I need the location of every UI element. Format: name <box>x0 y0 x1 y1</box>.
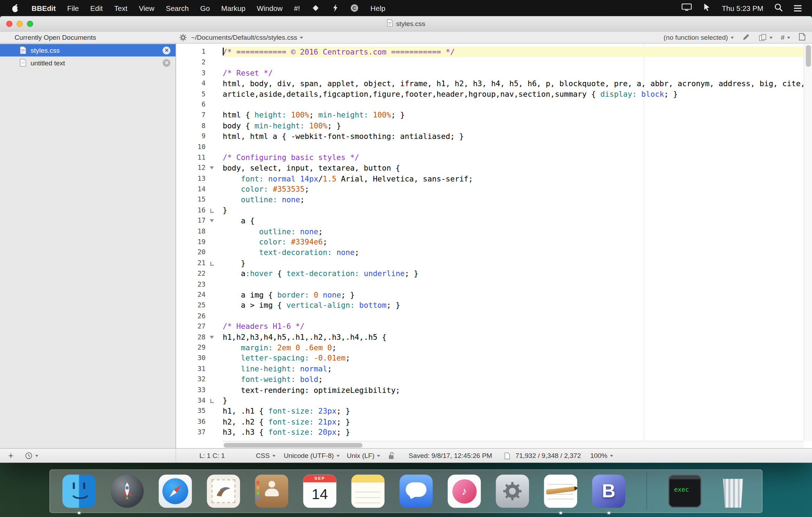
menu-bar-clock[interactable]: Thu 5:23 PM <box>722 4 763 12</box>
code-line-9[interactable]: 9html, html a { -webkit-font-smoothing: … <box>176 131 804 142</box>
zoom-window-button[interactable] <box>27 21 33 27</box>
horizontal-scrollbar-thumb[interactable] <box>224 443 362 447</box>
encoding-menu[interactable]: Unicode (UTF-8) <box>284 452 340 460</box>
line-ending-menu[interactable]: Unix (LF) <box>347 452 380 460</box>
code-line-37[interactable]: 37h3, .h3 { font-size: 20px; } <box>176 427 804 438</box>
code-line-1[interactable]: 1/* =========== © 2016 Centroarts.com ==… <box>176 47 804 57</box>
minimize-window-button[interactable] <box>17 21 23 27</box>
dock-itunes[interactable]: ♪ <box>448 474 481 508</box>
dock-safari[interactable] <box>159 474 192 508</box>
close-document-icon[interactable] <box>163 59 170 66</box>
language-menu[interactable]: CSS <box>256 452 276 460</box>
code-line-20[interactable]: 20 text-decoration: none; <box>176 247 804 258</box>
code-line-12[interactable]: 12body, select, input, textarea, button … <box>176 163 804 173</box>
close-document-icon[interactable] <box>163 46 170 54</box>
menu-text[interactable]: Text <box>108 4 133 12</box>
sidebar-item-styles-css[interactable]: styles.css <box>0 44 175 56</box>
menu-file[interactable]: File <box>62 4 85 12</box>
dock-finder[interactable] <box>63 474 96 508</box>
scripts-menu-icon[interactable] <box>326 4 344 12</box>
menu-search[interactable]: Search <box>160 4 194 12</box>
menu-bbedit[interactable]: BBEdit <box>26 4 62 12</box>
code-line-6[interactable]: 6 <box>176 100 804 110</box>
add-document-button[interactable]: + <box>8 451 14 460</box>
horizontal-scrollbar[interactable] <box>223 441 804 448</box>
documents-stack-icon[interactable] <box>759 33 773 41</box>
document-proxy-icon[interactable] <box>387 19 393 28</box>
menu-window[interactable]: Window <box>251 4 288 12</box>
code-line-4[interactable]: 4html, body, div, span, applet, object, … <box>176 78 804 89</box>
code-line-10[interactable]: 10 <box>176 142 804 152</box>
pointer-menu-icon[interactable] <box>703 3 711 13</box>
dock-textedit[interactable] <box>544 474 577 508</box>
menu-markup[interactable]: Markup <box>215 4 251 12</box>
code-line-28[interactable]: 28h1,h2,h3,h4,h5,.h1,.h2,.h3,.h4,.h5 { <box>176 332 804 343</box>
display-menu-icon[interactable] <box>682 3 692 13</box>
menu-go[interactable]: Go <box>194 4 215 12</box>
spotlight-search-icon[interactable] <box>774 3 783 13</box>
code-line-17[interactable]: 17 a { <box>176 216 804 226</box>
notification-center-icon[interactable] <box>794 4 801 13</box>
dock-messages[interactable] <box>400 474 433 508</box>
dock-mail[interactable] <box>207 474 240 508</box>
code-line-24[interactable]: 24 a img { border: 0 none; } <box>176 290 804 300</box>
dock-terminal[interactable]: exec <box>668 474 701 508</box>
code-line-22[interactable]: 22 a:hover { text-decoration: underline;… <box>176 268 804 279</box>
recent-documents-menu[interactable] <box>25 452 38 460</box>
code-line-23[interactable]: 23 <box>176 279 804 289</box>
c-circle-menu-icon[interactable]: C <box>344 4 365 12</box>
menu-edit[interactable]: Edit <box>84 4 108 12</box>
code-line-16[interactable]: 16} <box>176 205 804 216</box>
pencil-edit-icon[interactable] <box>742 32 750 42</box>
vertical-scrollbar-thumb[interactable] <box>806 45 811 67</box>
dock-notes[interactable] <box>352 474 385 508</box>
code-line-2[interactable]: 2 <box>176 57 804 68</box>
dock-bbedit[interactable]: B <box>592 474 625 508</box>
function-selector[interactable]: (no function selected) <box>664 33 734 41</box>
code-line-13[interactable]: 13 font: normal 14px/1.5 Arial, Helvetic… <box>176 173 804 184</box>
code-line-32[interactable]: 32 font-weight: bold; <box>176 374 804 385</box>
code-line-29[interactable]: 29 margin: 2em 0 .6em 0; <box>176 343 804 353</box>
unlocked-icon[interactable] <box>388 452 395 460</box>
code-line-36[interactable]: 36h2, .h2 { font-size: 21px; } <box>176 416 804 427</box>
zoom-menu[interactable]: 100% <box>590 452 613 460</box>
code-line-31[interactable]: 31 line-height: normal; <box>176 364 804 374</box>
code-line-35[interactable]: 35h1, .h1 { font-size: 23px; } <box>176 406 804 416</box>
code-line-27[interactable]: 27/* Headers H1-6 */ <box>176 321 804 332</box>
text-editor[interactable]: 1/* =========== © 2016 Centroarts.com ==… <box>176 44 812 448</box>
code-line-19[interactable]: 19 color: #3394e6; <box>176 237 804 247</box>
fold-open-marker[interactable] <box>206 216 223 226</box>
code-line-5[interactable]: 5article,aside,details,figcaption,figure… <box>176 89 804 100</box>
code-line-8[interactable]: 8body { min-height: 100%; } <box>176 121 804 131</box>
dock-calendar[interactable]: SEP 14 <box>303 474 336 508</box>
code-line-21[interactable]: 21 } <box>176 258 804 268</box>
code-line-11[interactable]: 11/* Configuring basic styles */ <box>176 152 804 163</box>
fold-open-marker[interactable] <box>206 163 223 173</box>
code-line-15[interactable]: 15 outline: none; <box>176 194 804 205</box>
code-line-34[interactable]: 34} <box>176 395 804 406</box>
code-line-30[interactable]: 30 letter-spacing: -0.01em; <box>176 353 804 364</box>
code-line-33[interactable]: 33 text-rendering: optimizeLegibility; <box>176 385 804 395</box>
apple-menu-icon[interactable] <box>11 4 20 13</box>
menu-help[interactable]: Help <box>365 4 391 12</box>
dock-contacts[interactable] <box>255 474 288 508</box>
title-bar[interactable]: styles.css <box>0 16 812 32</box>
code-line-25[interactable]: 25 a > img { vertical-align: bottom; } <box>176 300 804 311</box>
diamond-script-menu-icon[interactable] <box>306 4 326 12</box>
vertical-scrollbar[interactable] <box>804 44 812 441</box>
markers-menu[interactable]: # <box>781 33 790 41</box>
code-line-18[interactable]: 18 outline: none; <box>176 226 804 237</box>
dock-system-preferences[interactable] <box>496 474 529 508</box>
file-path-menu[interactable]: ~/Documents/Default/css/styles.css <box>191 33 303 41</box>
code-line-14[interactable]: 14 color: #353535; <box>176 184 804 194</box>
code-line-3[interactable]: 3/* Reset */ <box>176 68 804 78</box>
dock-trash[interactable] <box>716 474 749 508</box>
sidebar-item-untitled-text[interactable]: untitled text <box>0 57 175 69</box>
fold-open-marker[interactable] <box>206 332 223 343</box>
code-line-7[interactable]: 7html { height: 100%; min-height: 100%; … <box>176 110 804 121</box>
code-line-26[interactable]: 26 <box>176 311 804 321</box>
new-document-icon[interactable] <box>799 32 806 42</box>
menu-view[interactable]: View <box>133 4 160 12</box>
menu-shebang[interactable]: #! <box>288 4 306 12</box>
close-window-button[interactable] <box>6 21 13 27</box>
